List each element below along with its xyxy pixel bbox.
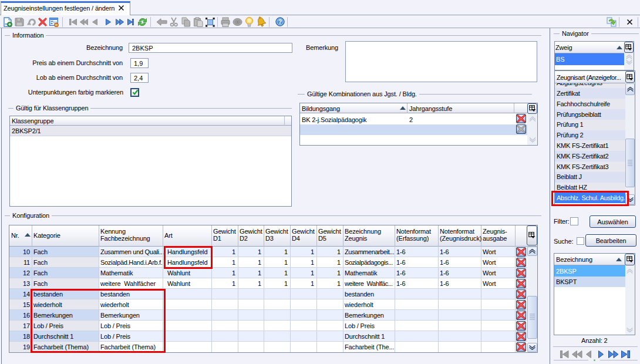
svg-text:?: ? <box>278 18 282 25</box>
